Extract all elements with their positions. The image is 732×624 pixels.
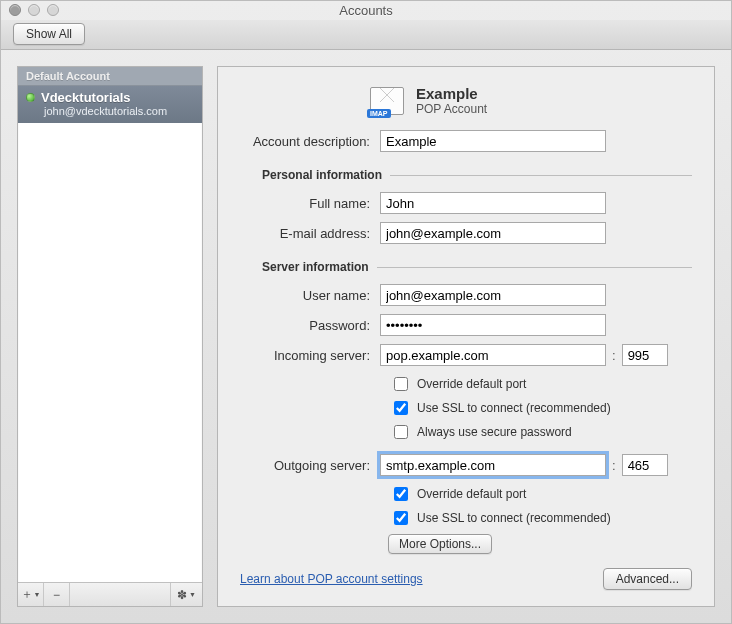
add-account-button[interactable]: ＋▼ (18, 583, 44, 606)
gear-icon: ✽ (177, 588, 187, 602)
full-name-field[interactable] (380, 192, 606, 214)
sidebar-section-header: Default Account (18, 67, 202, 86)
label-incoming-server: Incoming server: (240, 348, 380, 363)
label-password: Password: (240, 318, 380, 333)
label-use-ssl: Use SSL to connect (recommended) (417, 401, 611, 415)
account-title: Example (416, 85, 487, 102)
advanced-button[interactable]: Advanced... (603, 568, 692, 590)
window-controls (9, 4, 59, 16)
label-user-name: User name: (240, 288, 380, 303)
show-all-button[interactable]: Show All (13, 23, 85, 45)
label-account-description: Account description: (240, 134, 380, 149)
account-name: Vdecktutorials (41, 90, 131, 105)
label-secure-password: Always use secure password (417, 425, 572, 439)
more-options-button[interactable]: More Options... (388, 534, 492, 554)
status-online-icon (26, 93, 35, 102)
remove-account-button[interactable]: − (44, 583, 70, 606)
sidebar-toolbar: ＋▼ − ✽▼ (18, 582, 202, 606)
titlebar: Accounts (1, 1, 731, 20)
label-override-port: Override default port (417, 487, 526, 501)
incoming-use-ssl-checkbox[interactable] (394, 401, 408, 415)
label-override-port: Override default port (417, 377, 526, 391)
outgoing-port-field[interactable] (622, 454, 668, 476)
account-type: POP Account (416, 102, 487, 116)
account-item[interactable]: Vdecktutorials john@vdecktutorials.com (18, 86, 202, 123)
accounts-sidebar: Default Account Vdecktutorials john@vdec… (17, 66, 203, 607)
accounts-window: Accounts Show All Default Account Vdeckt… (0, 0, 732, 624)
mail-icon: IMAP (370, 87, 404, 115)
label-email-address: E-mail address: (240, 226, 380, 241)
content-area: Default Account Vdecktutorials john@vdec… (1, 50, 731, 623)
outgoing-use-ssl-checkbox[interactable] (394, 511, 408, 525)
chevron-down-icon: ▼ (34, 591, 41, 598)
incoming-port-field[interactable] (622, 344, 668, 366)
window-title: Accounts (1, 3, 731, 18)
account-header: IMAP Example POP Account (370, 85, 692, 116)
account-description-field[interactable] (380, 130, 606, 152)
label-use-ssl: Use SSL to connect (recommended) (417, 511, 611, 525)
zoom-icon[interactable] (47, 4, 59, 16)
minus-icon: − (53, 588, 60, 602)
minimize-icon[interactable] (28, 4, 40, 16)
section-server-information: Server information (240, 260, 377, 274)
label-outgoing-server: Outgoing server: (240, 458, 380, 473)
email-address-field[interactable] (380, 222, 606, 244)
account-email: john@vdecktutorials.com (26, 105, 194, 117)
settings-menu-button[interactable]: ✽▼ (170, 583, 202, 606)
label-full-name: Full name: (240, 196, 380, 211)
password-field[interactable] (380, 314, 606, 336)
port-separator: : (612, 458, 616, 473)
user-name-field[interactable] (380, 284, 606, 306)
port-separator: : (612, 348, 616, 363)
incoming-override-port-checkbox[interactable] (394, 377, 408, 391)
learn-link[interactable]: Learn about POP account settings (240, 572, 423, 586)
incoming-secure-password-checkbox[interactable] (394, 425, 408, 439)
toolbar: Show All (1, 20, 731, 50)
incoming-server-field[interactable] (380, 344, 606, 366)
account-settings-panel: IMAP Example POP Account Account descrip… (217, 66, 715, 607)
plus-icon: ＋ (21, 586, 33, 603)
outgoing-override-port-checkbox[interactable] (394, 487, 408, 501)
chevron-down-icon: ▼ (189, 591, 196, 598)
outgoing-server-field[interactable] (380, 454, 606, 476)
accounts-list: Default Account Vdecktutorials john@vdec… (18, 67, 202, 582)
close-icon[interactable] (9, 4, 21, 16)
section-personal-information: Personal information (240, 168, 390, 182)
